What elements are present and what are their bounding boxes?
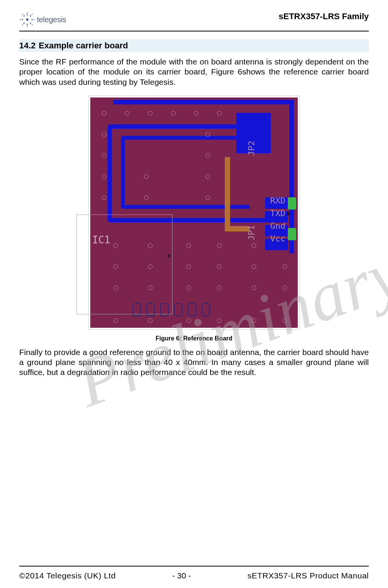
svg-point-14	[22, 24, 23, 25]
footer-page-number: - 30 -	[172, 571, 191, 580]
svg-point-11	[34, 19, 35, 20]
svg-point-9	[27, 12, 28, 13]
cross-mark-icon: +	[286, 209, 291, 219]
svg-point-6	[23, 23, 25, 24]
figure-reference-board: IC1 JP2 JP1 RXD TXD Gnd Vcc + +	[19, 96, 369, 342]
svg-point-3	[32, 19, 33, 20]
jp1-label: JP1	[247, 225, 257, 240]
cross-mark-icon: +	[166, 251, 171, 261]
pin-rxd: RXD	[270, 194, 285, 207]
svg-point-4	[30, 23, 31, 24]
footer-copyright: ©2014 Telegesis (UK) Ltd	[19, 571, 116, 580]
svg-point-5	[27, 24, 28, 25]
section-title: Example carrier board	[39, 41, 128, 50]
figure-caption: Figure 6: Reference Board	[19, 335, 369, 342]
footer-manual-title: sETRX357-LRS Product Manual	[247, 571, 369, 580]
logo-swirl-icon	[19, 12, 35, 28]
ic-label: IC1	[92, 234, 110, 246]
pcb-image: IC1 JP2 JP1 RXD TXD Gnd Vcc + +	[88, 96, 300, 330]
svg-point-0	[26, 18, 28, 21]
pin-vcc: Vcc	[270, 232, 285, 245]
svg-point-13	[27, 26, 28, 27]
svg-point-8	[23, 15, 25, 17]
svg-point-1	[27, 14, 28, 15]
pin-txd: TXD	[270, 207, 285, 220]
pin-gnd: Gnd	[270, 220, 285, 232]
product-family-title: sETRX357-LRS Family	[279, 12, 369, 21]
page-footer: ©2014 Telegesis (UK) Ltd - 30 - sETRX357…	[19, 566, 369, 580]
section-heading: 14.2Example carrier board	[19, 39, 369, 52]
logo: telegesis	[19, 12, 66, 28]
logo-text: telegesis	[37, 15, 66, 24]
pin-labels: RXD TXD Gnd Vcc	[270, 194, 285, 245]
section-number: 14.2	[19, 41, 36, 50]
paragraph-1: Since the RF performance of the module w…	[19, 57, 369, 87]
paragraph-2: Finally to provide a good reference grou…	[19, 347, 369, 378]
page-header: telegesis sETRX357-LRS Family	[19, 12, 369, 31]
svg-point-2	[30, 15, 31, 17]
jp2-label: JP2	[247, 140, 257, 156]
svg-point-12	[32, 24, 33, 25]
svg-point-15	[20, 19, 21, 20]
svg-point-10	[32, 14, 33, 15]
svg-point-16	[22, 14, 23, 15]
svg-point-7	[22, 19, 23, 20]
